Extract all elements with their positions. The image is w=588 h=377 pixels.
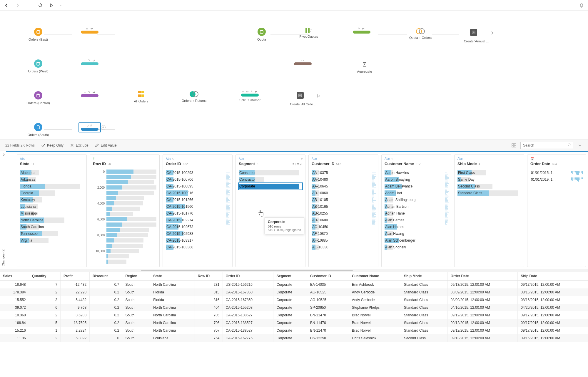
node-quota-orders[interactable]: Quota + Orders bbox=[403, 28, 438, 39]
node-orders-south[interactable]: Orders (South) bbox=[21, 123, 56, 137]
histogram-bar[interactable]: 2,000 bbox=[93, 185, 156, 190]
value-row[interactable]: Adam Hart bbox=[385, 190, 448, 196]
more-icon[interactable]: ▾ bbox=[297, 162, 299, 166]
value-row[interactable]: Alan Schoenberger bbox=[385, 237, 448, 244]
histogram-bar[interactable] bbox=[93, 180, 156, 184]
expand-changes-icon[interactable] bbox=[2, 153, 5, 157]
value-row[interactable]: Tennessee bbox=[20, 230, 83, 237]
value-row[interactable]: Florida bbox=[20, 183, 83, 190]
profile-card-segment[interactable]: Abc▾Segment3≡↓ ▾ ⌕ConsumerContractorCorp… bbox=[235, 155, 305, 267]
histogram-bar[interactable] bbox=[93, 175, 156, 179]
value-row[interactable]: Adrian Bartson bbox=[385, 203, 448, 210]
node-split-customer[interactable]: ▽ ▭ ✎ ⇄ Split Customer bbox=[232, 90, 268, 102]
node-quota[interactable]: Quota bbox=[244, 28, 279, 41]
column-header[interactable]: Segment bbox=[273, 272, 307, 281]
column-header[interactable]: Region bbox=[122, 272, 150, 281]
profile-card-state[interactable]: AbcState11AlabamaArkansasFloridaGeorgiaK… bbox=[17, 155, 87, 267]
histogram-bar[interactable]: 10,000 bbox=[93, 249, 156, 253]
value-row[interactable]: CA-2015-100293 bbox=[166, 170, 229, 176]
column-header[interactable]: Customer Name bbox=[349, 272, 401, 281]
histogram-bar[interactable]: 4,000 bbox=[93, 201, 156, 205]
column-header[interactable]: Order ID bbox=[223, 272, 273, 281]
histogram-bar[interactable]: 8,000 bbox=[93, 233, 156, 237]
profile-card-shipmode[interactable]: AbcShip Mode4First ClassSame DaySecond C… bbox=[454, 155, 524, 267]
node-orders-west[interactable]: Orders (West) bbox=[21, 59, 56, 73]
value-row[interactable]: 01/01/2019, 1... bbox=[530, 176, 583, 183]
exclude-button[interactable]: Exclude bbox=[70, 143, 88, 147]
node-orders-east[interactable]: Orders (East) bbox=[21, 28, 56, 41]
histogram-bar[interactable] bbox=[93, 191, 156, 195]
search-icon[interactable] bbox=[567, 143, 572, 148]
run-button[interactable] bbox=[49, 2, 54, 8]
value-row[interactable]: CA-2015-102274 bbox=[166, 217, 229, 223]
table-row[interactable]: 39.07269.7680.2SouthNorth Carolina404CA-… bbox=[0, 304, 588, 311]
profile-card-rowid[interactable]: #Row ID2K02,0004,0006,0008,00010,000 bbox=[90, 155, 160, 267]
column-header[interactable]: State bbox=[150, 272, 195, 281]
table-row[interactable]: 166.84518.76950.2SouthNorth Carolina706C… bbox=[0, 319, 588, 327]
value-row[interactable]: Same Day bbox=[457, 176, 521, 183]
value-row[interactable]: Corporate bbox=[239, 183, 302, 190]
collapse-toggle[interactable] bbox=[577, 142, 583, 148]
value-row[interactable]: Second Class bbox=[457, 183, 521, 190]
column-header[interactable]: Ship Mode bbox=[401, 272, 448, 281]
value-row[interactable]: CA-2015-103317 bbox=[166, 237, 229, 244]
value-row[interactable]: AB-10060 bbox=[312, 190, 375, 196]
step-quota[interactable]: ✎ ⇄ bbox=[344, 27, 379, 35]
value-row[interactable]: AG-10330 bbox=[312, 244, 375, 250]
value-row[interactable]: First Class bbox=[457, 170, 521, 176]
node-pivot-quotas[interactable]: ⤴ Pivot Quotas bbox=[291, 28, 326, 38]
histogram-bar[interactable] bbox=[93, 244, 156, 248]
horizontal-scroll-indicator[interactable] bbox=[0, 269, 588, 272]
value-row[interactable]: Adam Shillingsburg bbox=[385, 197, 448, 203]
step-south-selected[interactable]: ▽ ⎘ + bbox=[72, 122, 107, 132]
table-row[interactable]: 15.21612.28240.2SouthNorth Carolina707CA… bbox=[0, 327, 588, 334]
profile-card-orderdate[interactable]: 📅Order Date60401/01/2015, 1...01/01/2019… bbox=[527, 155, 586, 267]
sort-icon[interactable]: ≡↓ bbox=[293, 162, 296, 166]
value-row[interactable]: CA-2015-103366 bbox=[166, 244, 229, 250]
profile-card-orderid[interactable]: Abc ▽Order ID822CA-2015-100293CA-2015-10… bbox=[163, 155, 233, 267]
column-header[interactable]: Order Date bbox=[447, 272, 518, 281]
view-toggle-icon[interactable] bbox=[511, 142, 517, 148]
step-west[interactable]: ▭ ✎ ⇄ bbox=[72, 59, 107, 67]
value-row[interactable]: Alan Hwang bbox=[385, 230, 448, 237]
node-aggregate[interactable]: Σ Aggregate bbox=[347, 61, 382, 73]
flow-canvas[interactable]: Orders (East) ▭ ⇄ Orders (West) ▭ ✎ ⇄ Or… bbox=[0, 11, 588, 139]
histogram-bar[interactable] bbox=[93, 212, 156, 216]
column-header[interactable]: Profit bbox=[61, 272, 90, 281]
histogram-bar[interactable] bbox=[93, 196, 156, 200]
value-row[interactable]: South Carolina bbox=[20, 224, 83, 230]
refresh-button[interactable] bbox=[37, 2, 43, 8]
value-row[interactable]: Aaron Hawkins bbox=[385, 170, 448, 176]
play-icon[interactable] bbox=[317, 94, 320, 99]
node-create-all-orders[interactable]: Create 'All Orde... bbox=[285, 92, 320, 106]
histogram-bar[interactable]: 6,000 bbox=[93, 217, 156, 221]
histogram-bar[interactable] bbox=[93, 238, 156, 243]
value-row[interactable]: Contractor bbox=[239, 176, 302, 183]
table-row[interactable]: 10.36823.62880.2SouthNorth Carolina705CA… bbox=[0, 311, 588, 319]
value-row[interactable]: AB-10105 bbox=[312, 197, 375, 203]
search-input[interactable] bbox=[520, 142, 573, 149]
table-row[interactable]: 11.3625.33920SouthLouisiana764CA-2015-16… bbox=[0, 334, 588, 342]
node-orders-central[interactable]: Orders (Central) bbox=[21, 91, 56, 105]
value-row[interactable]: Louisiana bbox=[20, 203, 83, 210]
search-field-icon[interactable]: ⌕ bbox=[300, 162, 302, 166]
value-row[interactable]: CA-2015-101266 bbox=[166, 197, 229, 203]
keep-only-button[interactable]: Keep Only bbox=[41, 143, 64, 147]
table-row[interactable]: 15.55235.44320.2SouthFlorida316CA-2015-1… bbox=[0, 296, 588, 304]
value-row[interactable]: AB-10255 bbox=[312, 210, 375, 217]
node-create-annual[interactable]: Create 'Annual ... bbox=[459, 29, 494, 43]
value-row[interactable]: 01/01/2015, 1... bbox=[530, 170, 583, 176]
column-header[interactable]: Row ID bbox=[195, 272, 223, 281]
value-row[interactable]: CA-2015-100916 bbox=[166, 190, 229, 196]
value-row[interactable]: AF-10870 bbox=[312, 230, 375, 237]
value-row[interactable]: Alan Haines bbox=[385, 224, 448, 230]
forward-button[interactable] bbox=[15, 2, 21, 8]
value-row[interactable]: Aaron Smayling bbox=[385, 176, 448, 183]
run-dropdown[interactable] bbox=[60, 2, 62, 8]
histogram-bar[interactable] bbox=[93, 207, 156, 211]
value-row[interactable]: Alan Shonely bbox=[385, 244, 448, 250]
column-header[interactable]: Discount bbox=[90, 272, 122, 281]
value-row[interactable]: Mississippi bbox=[20, 210, 83, 217]
value-row[interactable]: Virginia bbox=[20, 237, 83, 244]
column-header[interactable]: Sales bbox=[0, 272, 29, 281]
